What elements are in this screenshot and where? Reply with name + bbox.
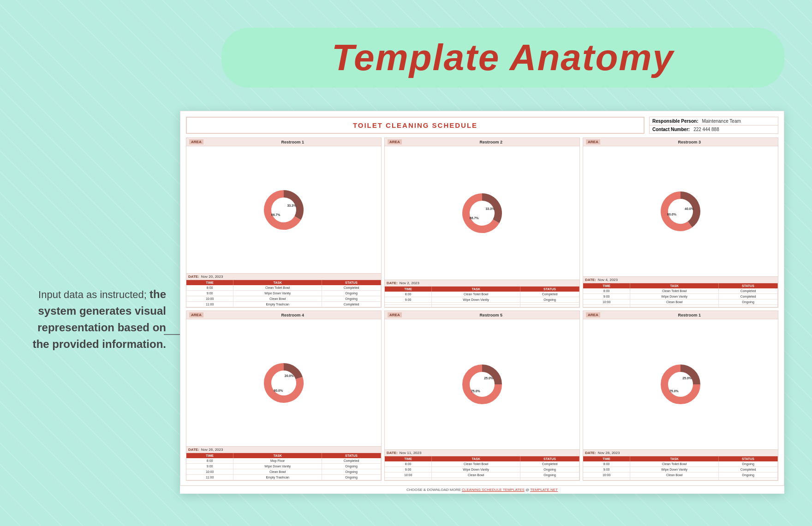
- table-row-r2-0: 8:00 Clean Toilet Bowl Completed: [385, 292, 579, 297]
- room-date-r5: DATE: Nov 11, 2023: [385, 450, 579, 456]
- date-label-r5: DATE:: [387, 451, 398, 455]
- col-status-r2: STATUS: [520, 287, 579, 292]
- col-time-r6: TIME: [583, 456, 630, 461]
- room-card-r3: AREA Restroom 3 40.0% 60.0% DATE: Nov 4,…: [583, 137, 778, 308]
- rooms-grid: AREA Restroom 1 33.3% 66.7% DATE: Nov 20…: [186, 137, 778, 481]
- cell-status-r4-2: Ongoing: [322, 469, 381, 474]
- cell-task-r5-2: Clean Bowl: [432, 472, 520, 478]
- svg-text:75.0%: 75.0%: [669, 389, 679, 393]
- table-header-r3: TIME TASK STATUS: [583, 283, 778, 288]
- room-card-r2: AREA Restroom 2 33.3% 66.7% DATE: Nov 2,…: [384, 137, 580, 308]
- room-chart-r5: 25.0% 75.0%: [385, 319, 579, 449]
- date-label-r4: DATE:: [188, 448, 199, 452]
- document-info: Responsible Person: Maintenance Team Con…: [649, 117, 778, 134]
- room-date-r2: DATE: Nov 2, 2023: [385, 280, 579, 287]
- cell-task-r2-2: [432, 303, 520, 305]
- room-name-r4: Restroom 4: [207, 313, 378, 317]
- col-status-r4: STATUS: [322, 453, 381, 458]
- room-name-r3: Restroom 3: [604, 140, 775, 144]
- table-header-r2: TIME TASK STATUS: [385, 287, 579, 292]
- room-card-r1: AREA Restroom 1 33.3% 66.7% DATE: Nov 20…: [186, 137, 382, 308]
- col-status-r6: STATUS: [719, 456, 778, 461]
- cell-time-r2-0: 8:00: [385, 292, 432, 297]
- responsible-label: Responsible Person:: [652, 119, 698, 124]
- cell-status-r4-0: Completed: [322, 458, 381, 463]
- page-title: Template Anatomy: [332, 36, 674, 79]
- table-row-r4-2: 10:00 Clean Bowl Ongoing: [186, 469, 381, 475]
- footer-text: CHOOSE & DOWNLOAD MORE: [406, 488, 462, 492]
- cell-task-r3-2: Clean Bowl: [630, 299, 719, 305]
- cell-status-r2-0: Completed: [520, 292, 579, 297]
- table-header-r4: TIME TASK STATUS: [186, 453, 381, 458]
- cell-time-r4-3: 11:00: [186, 475, 233, 480]
- room-name-r5: Restroom 5: [406, 313, 577, 317]
- cell-time-r4-0: 8:00: [186, 458, 233, 463]
- cell-time-r4-2: 10:00: [186, 469, 233, 474]
- room-header-r3: AREA Restroom 3: [583, 138, 778, 146]
- table-header-r1: TIME TASK STATUS: [186, 280, 381, 285]
- col-status-r3: STATUS: [719, 283, 778, 288]
- cell-status-r5-1: Ongoing: [520, 467, 579, 472]
- cell-task-r6-0: Clean Toilet Bowl: [630, 461, 719, 466]
- table-row-r2-3: [385, 305, 579, 307]
- table-row-r1-2: 10:00 Clean Bowl Ongoing: [186, 296, 381, 302]
- room-table-r3: DATE: Nov 4, 2023 TIME TASK STATUS 8:00 …: [583, 276, 778, 307]
- cell-task-r5-0: Clean Toilet Bowl: [432, 461, 520, 466]
- cell-time-r6-3: [583, 478, 630, 480]
- date-value-r5: Nov 11, 2023: [400, 451, 422, 455]
- cell-task-r6-3: [630, 478, 719, 480]
- svg-text:75.0%: 75.0%: [471, 389, 481, 393]
- contact-label: Contact Number:: [652, 127, 690, 132]
- date-value-r1: Nov 20, 2023: [201, 275, 223, 279]
- room-chart-r2: 33.3% 66.7%: [385, 146, 579, 280]
- responsible-value: Maintenance Team: [702, 119, 740, 124]
- svg-point-8: [672, 203, 689, 220]
- page-container: Template Anatomy Input data as instructe…: [0, 0, 812, 526]
- col-time-r4: TIME: [186, 453, 233, 458]
- cell-status-r4-1: Ongoing: [322, 464, 381, 469]
- cell-time-r2-2: [385, 303, 432, 305]
- table-row-r6-3: [583, 478, 778, 480]
- date-value-r6: Nov 28, 2023: [598, 451, 620, 455]
- cell-status-r3-1: Completed: [719, 294, 778, 299]
- table-row-r5-1: 9:00 Wipe Down Vanity Ongoing: [385, 467, 579, 472]
- date-value-r2: Nov 2, 2023: [400, 281, 419, 285]
- room-date-r4: DATE: Nov 26, 2023: [186, 447, 381, 453]
- annotation-text: Input data as instructed; the system gen…: [28, 286, 166, 353]
- col-time-r1: TIME: [186, 280, 233, 285]
- table-row-r4-3: 11:00 Empty Trashcan Ongoing: [186, 475, 381, 480]
- cell-status-r1-2: Ongoing: [322, 296, 381, 301]
- cell-task-r3-0: Clean Toilet Bowl: [630, 288, 719, 293]
- table-row-r3-3: [583, 305, 778, 307]
- col-task-r1: TASK: [233, 280, 322, 285]
- room-header-r4: AREA Restroom 4: [186, 311, 381, 319]
- svg-text:66.7%: 66.7%: [470, 216, 479, 220]
- responsible-person-row: Responsible Person: Maintenance Team: [650, 117, 778, 126]
- room-header-r5: AREA Restroom 5: [385, 311, 579, 319]
- contact-value: 222 444 888: [693, 127, 719, 132]
- cell-task-r5-3: [432, 478, 520, 480]
- document-title: TOILET CLEANING SCHEDULE: [353, 121, 478, 129]
- svg-text:33.3%: 33.3%: [287, 203, 297, 207]
- cell-time-r2-3: [385, 305, 432, 307]
- table-row-r6-2: 10:00 Clean Bowl Ongoing: [583, 472, 778, 478]
- footer-link-templates[interactable]: CLEANING SCHEDULE TEMPLATES: [462, 488, 525, 492]
- svg-text:40.0%: 40.0%: [685, 207, 694, 210]
- cell-task-r4-1: Wipe Down Vanity: [233, 464, 322, 469]
- cell-task-r3-3: [630, 305, 719, 307]
- cell-status-r1-1: Ongoing: [322, 291, 381, 296]
- cell-task-r2-0: Clean Toilet Bowl: [432, 292, 520, 297]
- cell-time-r2-1: 9:00: [385, 297, 432, 302]
- footer-at: @: [525, 488, 530, 492]
- cell-status-r5-2: Ongoing: [520, 472, 579, 478]
- room-chart-r1: 33.3% 66.7%: [186, 146, 381, 273]
- col-task-r2: TASK: [432, 287, 520, 292]
- col-task-r4: TASK: [233, 453, 322, 458]
- annotation-line1: Input data as instructed;: [38, 289, 149, 300]
- date-label-r1: DATE:: [188, 275, 199, 279]
- col-status-r5: STATUS: [520, 456, 579, 461]
- cell-status-r3-0: Completed: [719, 288, 778, 293]
- footer-link-site[interactable]: TEMPLATE.NET: [530, 488, 558, 492]
- table-row-r1-1: 9:00 Wipe Down Vanity Ongoing: [186, 291, 381, 296]
- room-card-r4: AREA Restroom 4 20.0% 80.0% DATE: Nov 26…: [186, 311, 382, 481]
